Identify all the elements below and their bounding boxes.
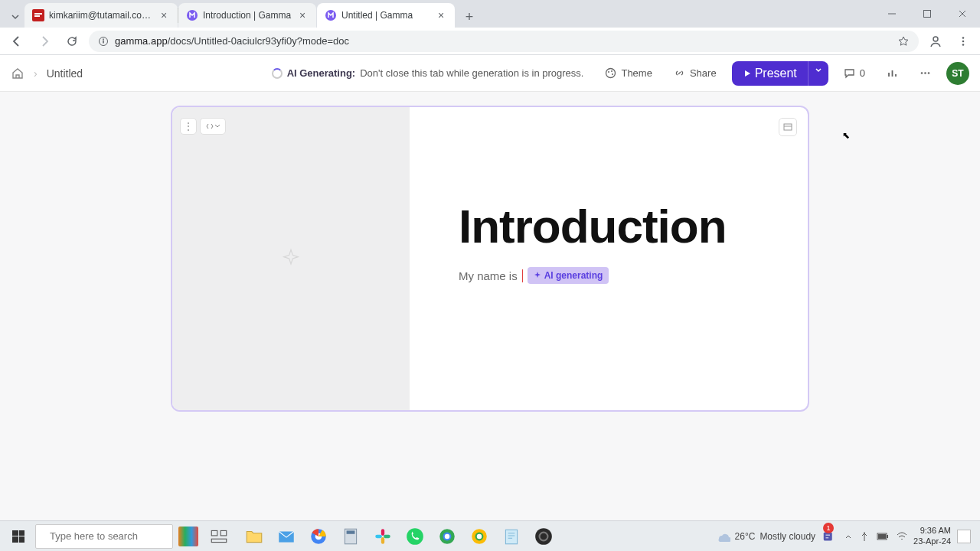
present-dropdown[interactable] [808,61,828,86]
url-text: gamma.app/docs/Untitled-0aciulcr93yfi0y?… [115,35,349,47]
action-center-button[interactable] [957,530,971,543]
home-icon[interactable] [11,67,24,80]
svg-rect-44 [887,535,888,538]
card-options-button[interactable] [779,118,797,136]
svg-rect-5 [103,40,104,43]
browser-nav-bar: gamma.app/docs/Untitled-0aciulcr93yfi0y?… [0,28,980,55]
svg-point-40 [535,528,552,545]
browser-tab[interactable]: Introduction | Gamma × [178,3,316,28]
maximize-button[interactable] [910,0,945,28]
close-icon[interactable]: × [158,9,170,21]
svg-rect-30 [381,537,384,544]
svg-point-38 [477,533,482,539]
task-view-button[interactable] [204,521,234,552]
tuta-favicon-icon [32,9,44,21]
dots-icon [920,67,931,79]
taskbar-books-icon[interactable] [173,521,204,552]
user-avatar[interactable]: ST [946,62,969,85]
system-tray: 26°C Mostly cloudy 1 9:36 AM 23-Apr-24 [715,521,977,552]
breadcrumb-separator-icon: › [34,67,38,80]
browser-tab[interactable]: kimkariim@tutamail.com - Tu × [24,3,178,28]
slide-image-placeholder[interactable]: ⋮ [172,107,410,410]
start-button[interactable] [3,521,34,552]
svg-point-10 [962,44,965,46]
browser-tab-active[interactable]: Untitled | Gamma × [317,3,455,28]
minimize-button[interactable] [874,0,910,28]
teams-tray-icon[interactable]: 1 [822,521,838,552]
notepad-icon[interactable] [496,521,527,552]
bookmark-star-icon[interactable] [897,35,910,47]
file-explorer-icon[interactable] [239,521,270,552]
comments-button[interactable]: 0 [838,63,871,83]
doc-title[interactable]: Untitled [47,67,83,80]
chrome-alt2-icon[interactable] [464,521,495,552]
svg-point-13 [611,70,612,72]
slide-toolbar: ⋮ [180,118,226,135]
taskbar-clock[interactable]: 9:36 AM 23-Apr-24 [913,526,951,546]
text-cursor [522,269,523,282]
tray-chevron-icon[interactable] [844,533,852,540]
site-info-icon[interactable] [98,36,109,47]
comment-icon [844,67,855,79]
weather-text: Mostly cloudy [760,531,815,542]
svg-point-7 [933,37,938,41]
link-icon [674,67,685,79]
arrows-icon [205,122,214,131]
palette-icon [605,67,616,79]
wifi-icon[interactable] [897,532,907,541]
svg-point-8 [962,37,965,39]
new-tab-button[interactable]: + [459,6,480,28]
svg-rect-28 [381,529,384,536]
battery-icon[interactable] [877,533,889,540]
svg-rect-31 [384,534,390,537]
canvas-area[interactable]: ⬉ ⋮ Introduction My name is AI generati [0,92,980,520]
svg-rect-42 [824,532,832,540]
svg-point-35 [445,533,450,539]
usb-icon[interactable] [860,531,869,542]
tab-search-dropdown[interactable] [6,6,24,28]
sparkle-placeholder-icon [280,248,302,269]
svg-point-17 [928,72,930,74]
drag-handle-icon[interactable]: ⋮ [180,118,197,135]
whatsapp-icon[interactable] [400,521,430,552]
address-bar[interactable]: gamma.app/docs/Untitled-0aciulcr93yfi0y?… [89,31,919,52]
svg-rect-22 [211,539,227,542]
back-button[interactable] [6,31,28,52]
chrome-icon[interactable] [303,521,334,552]
tab-title: Untitled | Gamma [341,10,430,21]
clock-time: 9:36 AM [913,526,951,536]
mail-icon[interactable] [271,521,302,552]
slack-icon[interactable] [368,521,398,552]
slide-title[interactable]: Introduction [459,199,769,253]
svg-point-14 [612,73,613,75]
analytics-button[interactable] [880,63,904,83]
svg-rect-20 [211,530,217,536]
chrome-menu-button[interactable] [952,31,974,52]
slide-content[interactable]: Introduction My name is AI generating [410,107,808,410]
svg-rect-6 [103,38,104,40]
taskbar-search[interactable] [35,524,173,549]
reload-button[interactable] [61,31,83,52]
obs-icon[interactable] [528,521,559,552]
slide-body-text[interactable]: My name is [459,269,518,282]
windows-logo-icon [12,530,24,543]
theme-button[interactable]: Theme [599,63,658,83]
more-menu-button[interactable] [913,63,937,83]
close-window-button[interactable] [945,0,980,28]
calculator-icon[interactable] [335,521,366,552]
forward-button[interactable] [34,31,55,52]
svg-point-16 [924,72,926,74]
svg-rect-18 [784,124,792,130]
present-button[interactable]: Present [732,61,808,86]
chrome-profile-button[interactable] [925,31,946,52]
close-icon[interactable]: × [435,9,447,21]
taskbar-search-input[interactable] [50,530,178,542]
svg-rect-29 [375,534,382,537]
share-button[interactable]: Share [668,63,723,83]
card-style-dropdown[interactable] [200,118,226,135]
card-icon [783,122,792,132]
chrome-alt-icon[interactable] [432,521,462,552]
slide-card[interactable]: ⋮ Introduction My name is AI generating [171,106,809,412]
weather-widget[interactable]: 26°C Mostly cloudy [715,529,816,544]
close-icon[interactable]: × [296,9,309,21]
